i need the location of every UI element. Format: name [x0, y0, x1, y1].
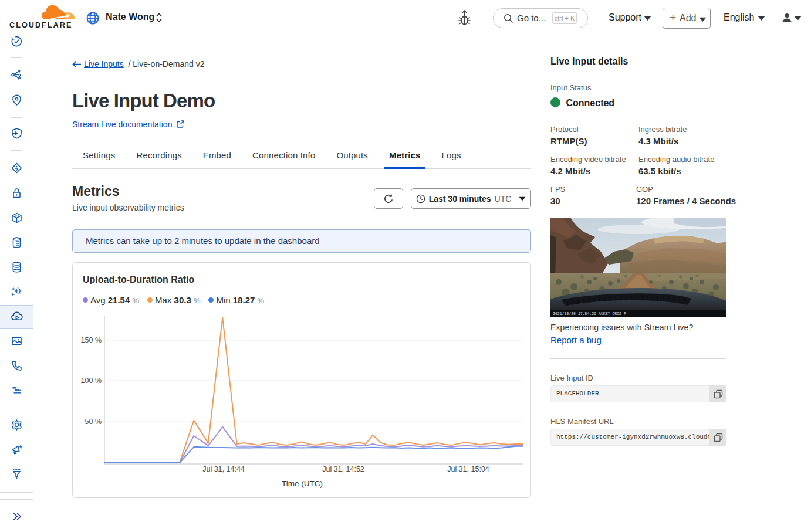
svg-text:50 %: 50 %: [85, 418, 102, 426]
svg-text:100 %: 100 %: [81, 377, 102, 385]
svg-text:2021/10/20 17:54:29 AUKEY DROZ: 2021/10/20 17:54:29 AUKEY DROZ P: [553, 312, 626, 316]
svg-text:CLOUDFLARE: CLOUDFLARE: [9, 21, 72, 28]
svg-text:Time (UTC): Time (UTC): [282, 479, 323, 488]
svg-text:Jul 31, 15:04: Jul 31, 15:04: [447, 465, 489, 473]
svg-text:150 %: 150 %: [81, 336, 102, 344]
svg-text:Jul 31, 14:44: Jul 31, 14:44: [202, 465, 245, 473]
svg-text:Jul 31, 14:52: Jul 31, 14:52: [322, 465, 364, 473]
